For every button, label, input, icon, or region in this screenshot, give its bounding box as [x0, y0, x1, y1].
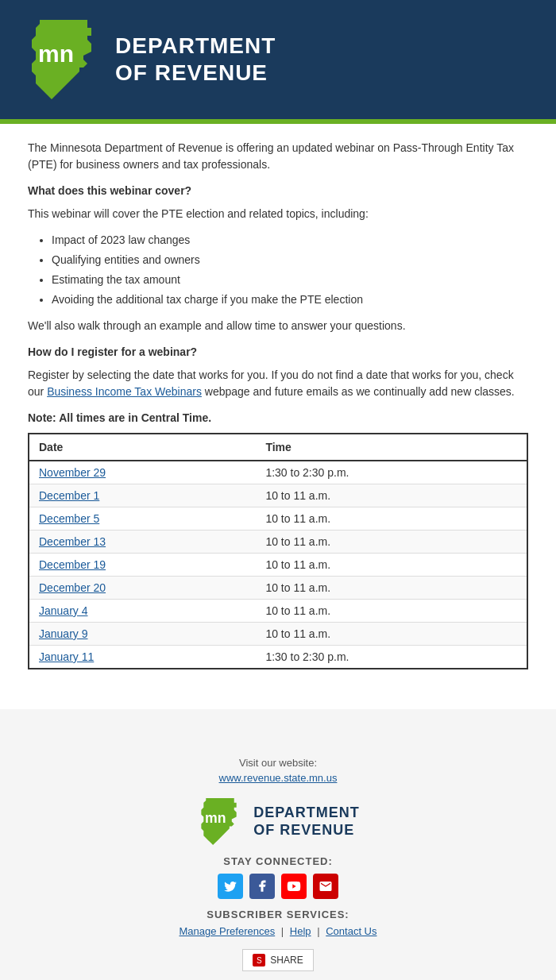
footer-dept-name: DEPARTMENT OF REVENUE — [253, 804, 360, 839]
footer-logo: mn DEPARTMENT OF REVENUE — [0, 796, 556, 847]
dept-name-text: DEPARTMENT OF REVENUE — [115, 33, 276, 86]
table-cell-date[interactable]: December 19 — [29, 554, 256, 577]
table-header-row: Date Time — [29, 434, 527, 461]
footer-dept-line2: OF REVENUE — [253, 822, 360, 839]
separator1: | — [281, 925, 287, 937]
table-row: December 510 to 11 a.m. — [29, 507, 527, 531]
list-item: Qualifying entities and owners — [52, 252, 528, 268]
table-cell-time: 1:30 to 2:30 p.m. — [256, 461, 527, 484]
dept-line2: OF REVENUE — [115, 60, 276, 87]
col-header-date: Date — [29, 434, 256, 461]
section1-intro: This webinar will cover the PTE election… — [28, 206, 528, 222]
table-cell-date[interactable]: December 20 — [29, 577, 256, 600]
share-button[interactable]: S SHARE — [242, 949, 313, 971]
table-cell-time: 10 to 11 a.m. — [256, 554, 527, 577]
footer-mn-state-shape-icon: mn — [196, 796, 244, 847]
section2-heading: How do I register for a webinar? — [28, 344, 528, 361]
table-row: December 2010 to 11 a.m. — [29, 577, 527, 600]
mn-logo: mn DEPARTMENT OF REVENUE — [24, 16, 276, 103]
table-cell-time: 10 to 11 a.m. — [256, 623, 527, 646]
subscriber-links: Manage Preferences | Help | Contact Us — [0, 925, 556, 937]
table-row: December 110 to 11 a.m. — [29, 484, 527, 507]
table-row: January 910 to 11 a.m. — [29, 623, 527, 646]
table-cell-time: 10 to 11 a.m. — [256, 507, 527, 531]
facebook-icon[interactable] — [249, 874, 275, 899]
table-row: January 410 to 11 a.m. — [29, 600, 527, 623]
table-cell-time: 1:30 to 2:30 p.m. — [256, 646, 527, 669]
table-cell-date[interactable]: November 29 — [29, 461, 256, 484]
stay-connected-label: STAY CONNECTED: — [0, 855, 556, 867]
table-cell-time: 10 to 11 a.m. — [256, 600, 527, 623]
manage-preferences-link[interactable]: Manage Preferences — [180, 925, 276, 937]
separator2: | — [317, 925, 322, 937]
table-row: December 1910 to 11 a.m. — [29, 554, 527, 577]
content-spacer — [0, 709, 556, 741]
table-cell-time: 10 to 11 a.m. — [256, 531, 527, 554]
mn-state-shape-icon: mn — [24, 16, 103, 103]
social-icons-group — [0, 874, 556, 899]
svg-text:mn: mn — [205, 810, 226, 826]
footer-section: Visit our website: www.revenue.state.mn.… — [0, 741, 556, 980]
table-cell-date[interactable]: January 11 — [29, 646, 256, 669]
table-cell-date[interactable]: December 5 — [29, 507, 256, 531]
table-cell-time: 10 to 11 a.m. — [256, 577, 527, 600]
list-item: Estimating the tax amount — [52, 272, 528, 288]
youtube-icon[interactable] — [281, 874, 307, 899]
section2-text-after: webpage and future emails as we continua… — [202, 385, 515, 398]
section1-heading: What does this webinar cover? — [28, 183, 528, 199]
table-cell-date[interactable]: December 1 — [29, 484, 256, 507]
header: mn DEPARTMENT OF REVENUE — [0, 0, 556, 119]
table-cell-date[interactable]: January 4 — [29, 600, 256, 623]
share-icon: S — [253, 954, 265, 966]
table-cell-date[interactable]: January 9 — [29, 623, 256, 646]
table-row: December 1310 to 11 a.m. — [29, 531, 527, 554]
footer-dept-line1: DEPARTMENT — [253, 804, 360, 822]
intro-paragraph: The Minnesota Department of Revenue is o… — [28, 140, 528, 173]
table-cell-date[interactable]: December 13 — [29, 531, 256, 554]
table-row: January 111:30 to 2:30 p.m. — [29, 646, 527, 669]
share-button-container: S SHARE — [0, 949, 556, 980]
help-link[interactable]: Help — [290, 925, 311, 937]
website-link[interactable]: www.revenue.state.mn.us — [0, 772, 556, 784]
table-row: November 291:30 to 2:30 p.m. — [29, 461, 527, 484]
share-label: SHARE — [270, 955, 303, 966]
section1-outro: We'll also walk through an example and a… — [28, 318, 528, 334]
list-item: Avoiding the additional tax charge if yo… — [52, 291, 528, 308]
dept-line1: DEPARTMENT — [115, 33, 276, 60]
email-subscribe-icon[interactable] — [313, 874, 338, 899]
list-item: Impact of 2023 law changes — [52, 232, 528, 249]
bit-webinars-link[interactable]: Business Income Tax Webinars — [47, 385, 202, 398]
twitter-icon[interactable] — [218, 874, 243, 899]
section2-paragraph: Register by selecting the date that work… — [28, 367, 528, 400]
subscriber-services-label: SUBSCRIBER SERVICES: — [0, 909, 556, 920]
visit-label: Visit our website: — [0, 757, 556, 769]
bullet-list: Impact of 2023 law changes Qualifying en… — [52, 232, 528, 308]
col-header-time: Time — [256, 434, 527, 461]
table-cell-time: 10 to 11 a.m. — [256, 484, 527, 507]
svg-text:mn: mn — [38, 41, 74, 67]
note-text: Note: All times are in Central Time. — [28, 410, 528, 426]
contact-us-link[interactable]: Contact Us — [326, 925, 376, 937]
schedule-table: Date Time November 291:30 to 2:30 p.m.De… — [28, 433, 528, 669]
main-content: The Minnesota Department of Revenue is o… — [0, 124, 556, 709]
email-wrapper: mn DEPARTMENT OF REVENUE The Minnesota D… — [0, 0, 556, 980]
